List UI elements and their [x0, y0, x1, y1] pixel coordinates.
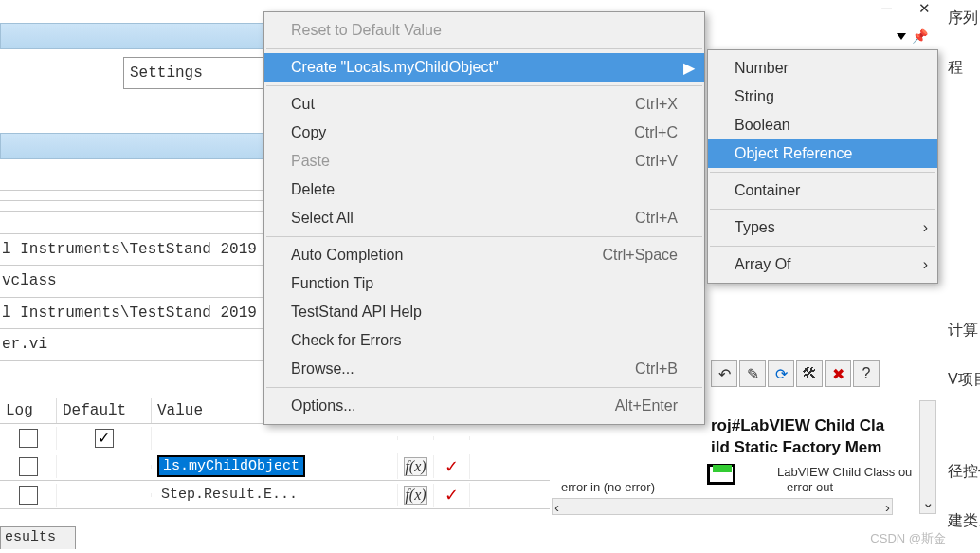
submenu-string[interactable]: String [708, 83, 937, 111]
fx-button[interactable]: f(x) [404, 486, 427, 505]
submenu-objref[interactable]: Object Reference [708, 139, 937, 168]
menu-checkerrors[interactable]: Check for Errors [264, 326, 704, 355]
table-row: Step.Result.E... f(x) ✓ [0, 481, 550, 509]
col-header-log: Log [0, 398, 57, 423]
log-checkbox[interactable] [19, 457, 38, 476]
scroll-left-icon[interactable]: ‹ [554, 499, 559, 515]
dropdown-triangle-icon[interactable] [897, 33, 906, 40]
right-cn-text: 序列 程 计算 V项目 径控作 建类。 lvcl 态工厂 [948, 0, 980, 553]
menu-reset: Reset to Default Value [264, 16, 704, 45]
watermark: CSDN @斯金 [870, 530, 946, 547]
menu-functiontip[interactable]: Function Tip [264, 269, 704, 298]
fx-button[interactable]: f(x) [404, 457, 427, 476]
tb-edit[interactable]: ✎ [739, 360, 766, 387]
bg-row: vclass [0, 266, 263, 297]
submenu-types[interactable]: Types› [708, 213, 937, 242]
tb-help[interactable]: ? [853, 360, 880, 387]
menu-apihelp[interactable]: TestStand API Help [264, 298, 704, 326]
menu-delete[interactable]: Delete [264, 175, 704, 204]
error-out-label: error out [787, 480, 833, 494]
tb-undo[interactable]: ↶ [711, 360, 737, 387]
close-icon[interactable]: ✕ [918, 0, 940, 17]
error-in-label: error in (no error) [561, 480, 655, 494]
menu-create[interactable]: Create "Locals.myChildObject"▶ [264, 53, 704, 82]
scroll-down-icon[interactable]: ⌄ [922, 494, 935, 511]
table-row: ls.myChildObject f(x) ✓ [0, 452, 550, 481]
check-icon[interactable]: ✓ [445, 485, 459, 506]
header-bar [0, 23, 263, 49]
settings-button[interactable]: Settings [123, 57, 263, 89]
menu-autocomplete[interactable]: Auto CompletionCtrl+Space [264, 241, 704, 269]
menu-options[interactable]: Options...Alt+Enter [264, 392, 704, 420]
pin-icon[interactable]: 📌 [912, 28, 928, 44]
results-tab[interactable]: esults [0, 526, 76, 549]
create-submenu: Number String Boolean Object Reference C… [707, 49, 938, 284]
menu-paste: PasteCtrl+V [264, 147, 704, 175]
context-menu: Reset to Default Value Create "Locals.my… [263, 11, 705, 425]
chevron-right-icon: ▶ [683, 59, 695, 77]
background-list: l Instruments\TestStand 2019 vclass l In… [0, 190, 263, 361]
minimize-icon[interactable]: ─ [881, 0, 901, 17]
value-cell-selected[interactable]: ls.myChildObject [157, 455, 305, 477]
bg-row: l Instruments\TestStand 2019 [0, 298, 263, 329]
lv-output-label: LabVIEW Child Class ou [777, 465, 912, 479]
menu-browse[interactable]: Browse...Ctrl+B [264, 355, 704, 383]
check-icon[interactable]: ✓ [445, 456, 459, 477]
submenu-container[interactable]: Container [708, 176, 937, 205]
log-checkbox[interactable] [19, 486, 38, 505]
chevron-right-icon: › [923, 256, 928, 273]
chevron-right-icon: › [923, 219, 928, 236]
vi-node-icon [707, 464, 735, 485]
log-checkbox[interactable] [19, 429, 38, 448]
value-cell[interactable]: Step.Result.E... [157, 486, 301, 504]
vi-toolbar: ↶ ✎ ⟳ 🛠 ✖ ? [711, 360, 880, 387]
scroll-right-icon[interactable]: › [885, 499, 890, 515]
bg-row: l Instruments\TestStand 2019 [0, 234, 263, 266]
table-row [0, 424, 550, 452]
menu-copy[interactable]: CopyCtrl+C [264, 119, 704, 147]
section-bar [0, 133, 263, 159]
project-title: roj#LabVIEW Child Cla ild Static Factory… [711, 415, 884, 459]
horizontal-scrollbar[interactable]: ‹› [552, 498, 893, 515]
default-checkbox[interactable] [95, 429, 114, 448]
submenu-boolean[interactable]: Boolean [708, 111, 937, 139]
tb-tools[interactable]: 🛠 [796, 360, 823, 387]
submenu-number[interactable]: Number [708, 54, 937, 83]
menu-cut[interactable]: CutCtrl+X [264, 90, 704, 119]
menu-selectall[interactable]: Select AllCtrl+A [264, 204, 704, 232]
vertical-scrollbar[interactable]: ⌄ [919, 400, 936, 514]
col-header-default: Default [57, 398, 152, 423]
tb-delete[interactable]: ✖ [825, 360, 851, 387]
submenu-arrayof[interactable]: Array Of› [708, 250, 937, 279]
bg-row: er.vi [0, 329, 263, 360]
tb-refresh[interactable]: ⟳ [768, 360, 794, 387]
